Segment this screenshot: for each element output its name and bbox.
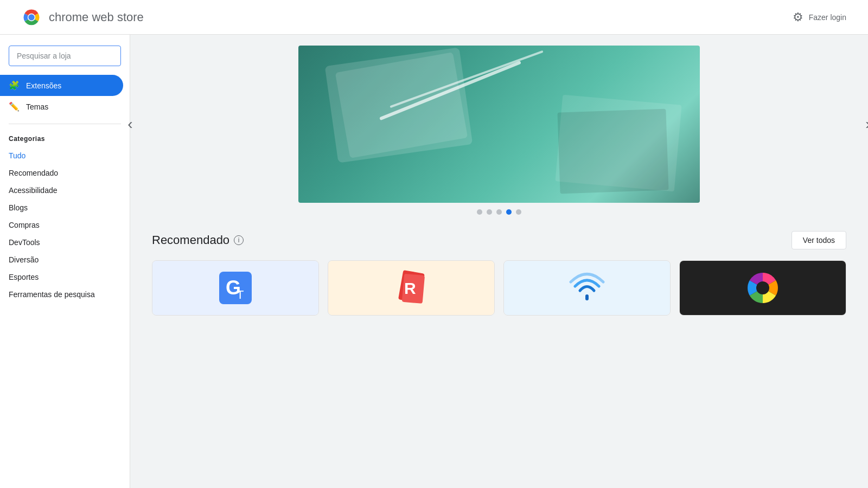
recommended-section-header: Recomendado i Ver todos <box>152 231 846 249</box>
category-accessibility[interactable]: Acessibilidade <box>0 182 130 199</box>
card-icon-rocketreach: R <box>328 261 494 315</box>
main-nav: 🧩 Extensões ✏️ Temas <box>0 75 130 117</box>
header-right[interactable]: ⚙ Fazer login <box>793 10 846 24</box>
carousel-dot-1[interactable] <box>477 209 482 215</box>
carousel-prev-button[interactable]: ‹ <box>119 113 141 135</box>
carousel-notebook-decoration <box>325 47 473 163</box>
svg-point-2 <box>28 14 35 21</box>
extension-cards-grid: G T R <box>152 260 846 316</box>
sidebar: 🧩 Extensões ✏️ Temas Categorias Tudo Rec… <box>0 35 130 488</box>
search-container <box>0 46 130 75</box>
category-blogs[interactable]: Blogs <box>0 199 130 216</box>
category-shopping[interactable]: Compras <box>0 216 130 234</box>
card-google-translate[interactable]: G T <box>152 260 319 316</box>
ver-todos-button[interactable]: Ver todos <box>792 231 846 249</box>
svg-point-10 <box>756 281 769 294</box>
carousel-next-button[interactable]: › <box>857 113 868 135</box>
chrome-logo <box>22 8 41 27</box>
recommended-title: Recomendado i <box>152 233 244 247</box>
carousel-dot-5[interactable] <box>516 209 521 215</box>
extensions-label: Extensões <box>26 81 61 90</box>
sidebar-item-extensions[interactable]: 🧩 Extensões <box>0 75 123 96</box>
puzzle-icon: 🧩 <box>9 80 20 91</box>
svg-text:T: T <box>237 288 244 301</box>
carousel-image <box>298 46 700 203</box>
header-left: chrome web store <box>22 8 144 27</box>
category-sports[interactable]: Esportes <box>0 268 130 286</box>
category-all[interactable]: Tudo <box>0 147 130 164</box>
header: chrome web store ⚙ Fazer login <box>0 0 868 35</box>
carousel-dot-3[interactable] <box>496 209 502 215</box>
card-custom-cursor[interactable] <box>679 260 846 316</box>
main-content: ‹ › Recomendado i Ver todos <box>130 35 868 488</box>
info-icon[interactable]: i <box>234 235 244 245</box>
card-icon-custom-cursor <box>680 261 846 315</box>
carousel-dots <box>152 209 846 215</box>
card-icon-google-translate: G T <box>152 261 318 315</box>
search-input[interactable] <box>9 46 121 66</box>
category-fun[interactable]: Diversão <box>0 251 130 268</box>
pen-icon: ✏️ <box>9 101 20 112</box>
sidebar-item-themes[interactable]: ✏️ Temas <box>0 96 123 117</box>
card-icon-reader <box>504 261 670 315</box>
svg-text:R: R <box>404 279 416 297</box>
app-title: chrome web store <box>49 10 144 24</box>
page-wrapper: 🧩 Extensões ✏️ Temas Categorias Tudo Rec… <box>0 35 868 488</box>
gear-icon[interactable]: ⚙ <box>793 10 803 24</box>
categories-heading: Categorias <box>0 131 130 147</box>
themes-label: Temas <box>26 102 48 111</box>
carousel-dot-2[interactable] <box>487 209 492 215</box>
carousel-paper2-decoration <box>557 109 668 194</box>
card-reader[interactable] <box>503 260 671 316</box>
carousel-wrapper: ‹ › <box>152 46 846 203</box>
card-rocketreach[interactable]: R <box>328 260 495 316</box>
carousel-dot-4[interactable] <box>506 209 512 215</box>
category-devtools[interactable]: DevTools <box>0 234 130 251</box>
login-button[interactable]: Fazer login <box>809 13 846 22</box>
categories-list: Tudo Recomendado Acessibilidade Blogs Co… <box>0 147 130 303</box>
category-recommended[interactable]: Recomendado <box>0 164 130 182</box>
category-search-tools[interactable]: Ferramentas de pesquisa <box>0 286 130 303</box>
sidebar-divider <box>9 124 121 124</box>
